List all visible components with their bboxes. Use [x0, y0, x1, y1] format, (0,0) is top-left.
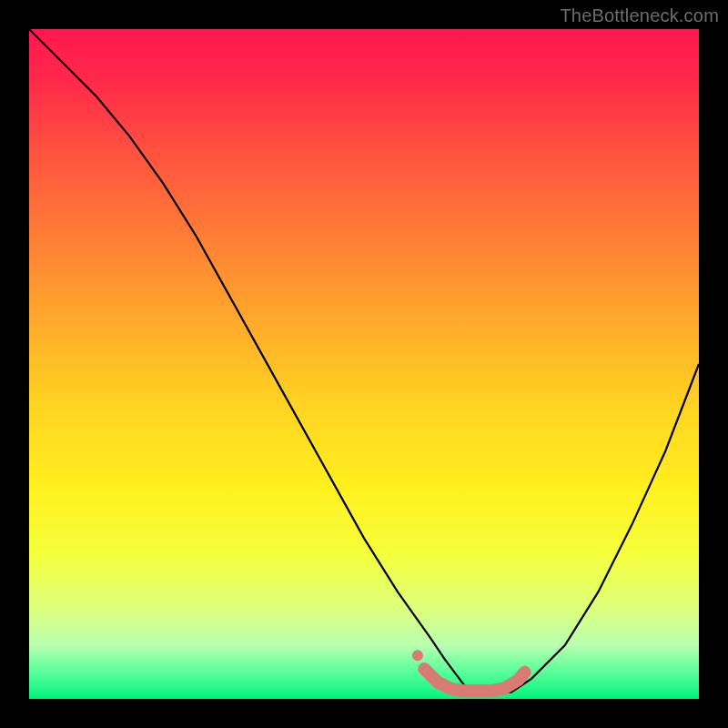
curve-layer — [29, 29, 699, 699]
bottleneck-curve — [29, 29, 699, 693]
plot-area — [29, 29, 699, 699]
marker-stroke — [424, 669, 524, 691]
marker-dot — [412, 650, 423, 661]
chart-frame: TheBottleneck.com — [0, 0, 728, 728]
highlighted-range — [412, 650, 525, 691]
watermark-text: TheBottleneck.com — [560, 5, 719, 26]
